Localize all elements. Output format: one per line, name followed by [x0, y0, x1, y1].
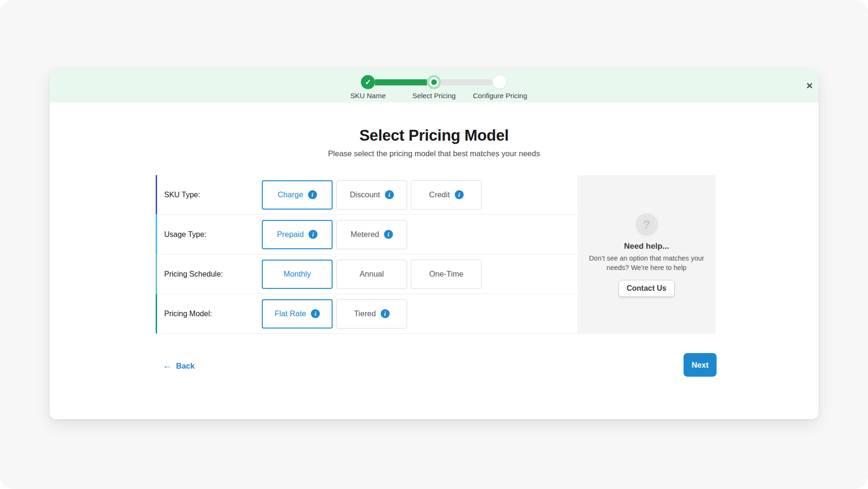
wizard-header: ✓ SKU Name Select Pricing Configure Pric…: [50, 69, 818, 102]
step-label-select-pricing: Select Pricing: [412, 92, 456, 100]
form-row-usage-type: Usage Type: Prepaid i Metered i: [156, 215, 577, 254]
option-group-usage-type: Prepaid i Metered i: [262, 220, 407, 249]
info-icon[interactable]: i: [381, 309, 390, 318]
row-label-usage-type: Usage Type:: [164, 230, 262, 239]
option-flat-rate[interactable]: Flat Rate i: [262, 299, 333, 329]
option-group-pricing-model: Flat Rate i Tiered i: [262, 299, 407, 329]
option-label: Monthly: [284, 270, 311, 278]
row-label-pricing-model: Pricing Model:: [164, 310, 262, 318]
pricing-wizard-modal: ✓ SKU Name Select Pricing Configure Pric…: [50, 69, 818, 419]
check-icon: ✓: [365, 78, 371, 86]
contact-us-button[interactable]: Contact Us: [618, 280, 674, 297]
form-row-sku-type: SKU Type: Charge i Discount i Credit i: [156, 175, 577, 215]
option-label: Charge: [277, 190, 303, 199]
back-button[interactable]: ← Back: [163, 361, 194, 371]
info-icon[interactable]: i: [455, 190, 464, 199]
help-panel: ? Need help... Don’t see an option that …: [577, 175, 716, 334]
step-upcoming-icon: [493, 76, 506, 89]
option-annual[interactable]: Annual: [336, 260, 407, 289]
close-icon[interactable]: ✕: [803, 79, 816, 93]
app-background: ✓ SKU Name Select Pricing Configure Pric…: [0, 0, 868, 489]
info-icon[interactable]: i: [385, 190, 394, 199]
info-icon[interactable]: i: [309, 230, 317, 239]
option-label: Prepaid: [277, 230, 304, 239]
option-group-pricing-schedule: Monthly Annual One-Time: [262, 260, 482, 289]
back-arrow-icon: ←: [163, 361, 172, 371]
option-monthly[interactable]: Monthly: [262, 260, 333, 289]
option-tiered[interactable]: Tiered i: [336, 299, 407, 329]
next-button[interactable]: Next: [684, 353, 717, 377]
option-prepaid[interactable]: Prepaid i: [262, 220, 333, 249]
step-label-sku-name: SKU Name: [350, 92, 385, 100]
page-title: Select Pricing Model: [50, 126, 818, 144]
question-mark-icon: ?: [635, 213, 658, 236]
option-discount[interactable]: Discount i: [336, 180, 407, 210]
stepper-bar-complete: [375, 79, 427, 85]
step-current-icon: [427, 75, 441, 89]
option-label: Metered: [351, 230, 379, 239]
stepper-track: ✓: [361, 75, 507, 89]
option-label: Credit: [429, 190, 450, 199]
option-one-time[interactable]: One-Time: [411, 260, 482, 289]
back-label: Back: [176, 362, 194, 371]
info-icon[interactable]: i: [308, 190, 317, 199]
current-step-dot: [431, 79, 437, 85]
option-label: Discount: [350, 190, 380, 199]
form-row-pricing-schedule: Pricing Schedule: Monthly Annual One-Tim…: [156, 254, 577, 294]
page-subtitle: Please select the pricing model that bes…: [50, 149, 818, 158]
stepper-bar-upcoming: [441, 79, 493, 85]
option-charge[interactable]: Charge i: [262, 180, 333, 210]
option-label: Annual: [359, 270, 384, 278]
info-icon[interactable]: i: [384, 230, 393, 239]
step-label-configure-pricing: Configure Pricing: [473, 92, 527, 100]
step-complete-icon: ✓: [361, 75, 375, 89]
option-label: One-Time: [429, 270, 464, 278]
option-label: Flat Rate: [275, 309, 306, 318]
option-metered[interactable]: Metered i: [336, 220, 407, 249]
stepper-labels: SKU Name Select Pricing Configure Pricin…: [361, 92, 507, 101]
row-label-pricing-schedule: Pricing Schedule:: [164, 270, 262, 278]
option-credit[interactable]: Credit i: [411, 180, 482, 210]
pricing-form: SKU Type: Charge i Discount i Credit i: [156, 175, 577, 334]
info-icon[interactable]: i: [311, 309, 320, 318]
help-body-text: Don’t see an option that matches your ne…: [587, 254, 706, 272]
help-heading: Need help...: [577, 242, 716, 251]
option-label: Tiered: [354, 309, 376, 318]
form-row-pricing-model: Pricing Model: Flat Rate i Tiered i: [156, 294, 577, 334]
option-group-sku-type: Charge i Discount i Credit i: [262, 180, 482, 210]
row-label-sku-type: SKU Type:: [164, 191, 262, 199]
progress-stepper: ✓ SKU Name Select Pricing Configure Pric…: [361, 75, 507, 101]
